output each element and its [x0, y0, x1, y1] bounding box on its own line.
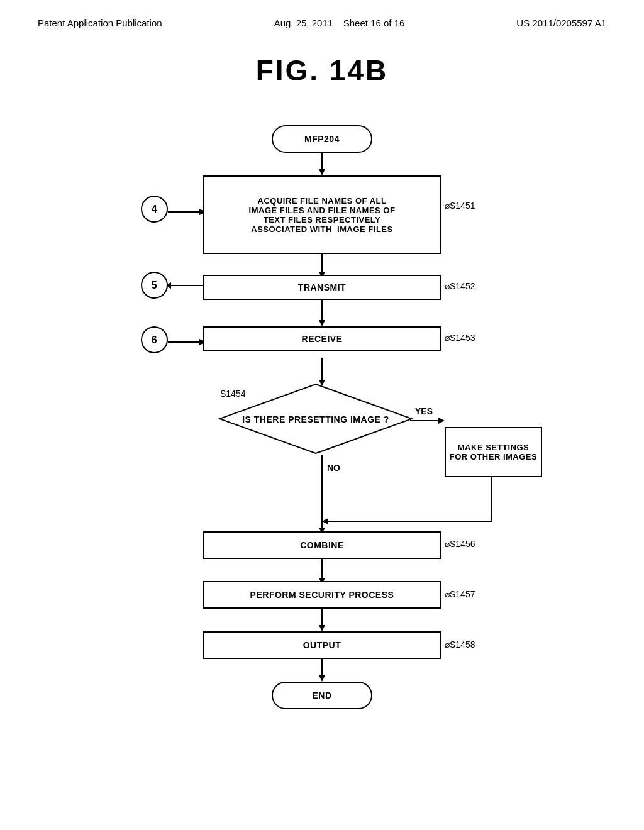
node-s1453: RECEIVE	[203, 326, 441, 351]
node-s1458: OUTPUT	[203, 631, 441, 659]
header-right: US 2011/0205597 A1	[516, 18, 606, 28]
step-s1453: ⌀S1453	[445, 333, 475, 343]
svg-marker-18	[322, 518, 328, 524]
node-s1451: ACQUIRE FILE NAMES OF ALLIMAGE FILES AND…	[203, 175, 441, 254]
node-end: END	[272, 682, 372, 709]
node-s1456: COMBINE	[203, 531, 441, 559]
page-header: Patent Application Publication Aug. 25, …	[0, 0, 644, 28]
step-s1457: ⌀S1457	[445, 589, 475, 599]
connector-6: 6	[141, 326, 168, 353]
step-s1458: ⌀S1458	[445, 639, 475, 650]
svg-marker-1	[319, 169, 325, 175]
publication-label: Patent Application Publication	[38, 18, 162, 28]
svg-marker-15	[438, 418, 445, 424]
header-center: Aug. 25, 2011 Sheet 16 of 16	[274, 18, 405, 28]
flowchart: YES NO S1454 S1455 MFP204 ACQUIRE FILE N…	[102, 119, 542, 748]
step-s1456: ⌀S1456	[445, 539, 475, 549]
svg-text:YES: YES	[415, 406, 433, 416]
svg-marker-27	[319, 675, 325, 682]
svg-marker-7	[319, 320, 325, 326]
svg-marker-25	[319, 625, 325, 631]
node-s1452: TRANSMIT	[203, 275, 441, 300]
node-s1454: IS THERE PRESETTING IMAGE ?	[218, 383, 413, 455]
step-s1451: ⌀S1451	[445, 201, 475, 211]
node-start: MFP204	[272, 125, 372, 153]
header-left: Patent Application Publication	[38, 18, 162, 28]
node-s1457: PERFORM SECURITY PROCESS	[203, 581, 441, 609]
date-label: Aug. 25, 2011	[274, 18, 333, 28]
connector-5: 5	[141, 272, 168, 299]
sheet-label: Sheet 16 of 16	[343, 18, 405, 28]
node-s1455: MAKE SETTINGSFOR OTHER IMAGES	[445, 427, 542, 477]
patent-label: US 2011/0205597 A1	[516, 18, 606, 28]
connector-4: 4	[141, 196, 168, 223]
svg-text:NO: NO	[327, 463, 340, 473]
figure-title: FIG. 14B	[0, 53, 644, 87]
step-s1452: ⌀S1452	[445, 281, 475, 291]
